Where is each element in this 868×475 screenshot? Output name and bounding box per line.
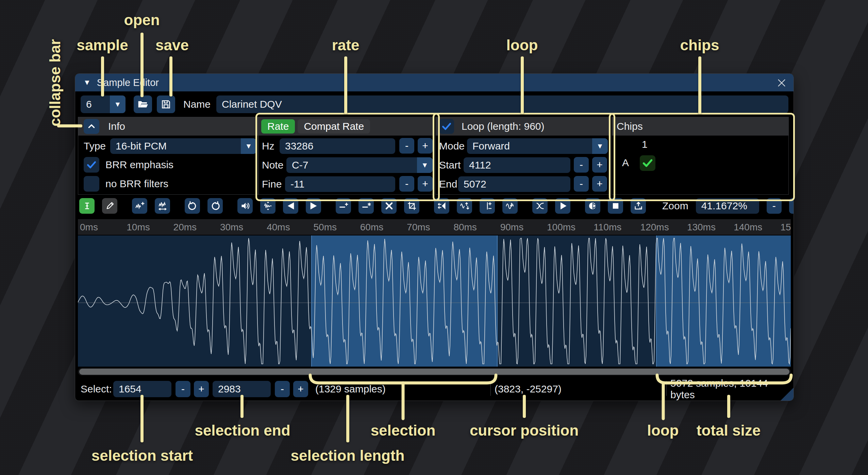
waveform-display[interactable] — [78, 235, 791, 367]
selection-start-plus-button[interactable]: + — [194, 381, 209, 397]
close-icon[interactable] — [775, 76, 788, 89]
no-brr-filters-checkbox[interactable] — [84, 176, 99, 192]
annotation-line-rate — [344, 56, 347, 114]
rate-panel: Rate Compat Rate Hz 33286 - + Note C-7 ▼… — [258, 117, 434, 195]
sample-index-value: 6 — [86, 99, 92, 110]
note-combo[interactable]: C-7 ▼ — [286, 157, 433, 173]
no-brr-filters-label: no BRR filters — [105, 176, 168, 192]
screenshot-stage: ▼ Sample Editor 6 ▼ Name Clari — [0, 0, 868, 475]
annotation-loop-bottom: loop — [647, 422, 679, 439]
open-sample-button[interactable] — [134, 95, 152, 113]
sample-toolbar: Zoom 41.1672% - + 100% — [79, 198, 794, 214]
zoom-input[interactable]: 41.1672% — [696, 198, 759, 214]
chevron-down-icon[interactable]: ▼ — [417, 157, 433, 173]
draw-mode-pencil-icon[interactable] — [102, 198, 117, 214]
timeline-tick: 150ms — [781, 222, 791, 233]
timeline-tick: 130ms — [687, 222, 716, 233]
fine-minus-button[interactable]: - — [399, 176, 414, 192]
preview-icon[interactable] — [555, 198, 570, 214]
loop-checkbox[interactable] — [439, 119, 454, 134]
timeline-tick: 20ms — [173, 222, 197, 233]
sample-editor-window: ▼ Sample Editor 6 ▼ Name Clari — [75, 73, 794, 401]
select-label: Select: — [81, 381, 112, 397]
hz-plus-button[interactable]: + — [418, 138, 433, 154]
timeline-tick: 0ms — [80, 222, 98, 233]
fine-plus-button[interactable]: + — [418, 176, 433, 192]
stop-preview-icon[interactable] — [608, 198, 623, 214]
sample-index-combo[interactable]: 6 ▼ — [81, 95, 126, 113]
annotation-rate: rate — [332, 37, 360, 54]
loop-mode-combo[interactable]: Forward ▼ — [467, 138, 608, 154]
signed-unsigned-icon[interactable] — [480, 198, 495, 214]
hz-label: Hz — [262, 138, 274, 154]
redo-icon[interactable] — [207, 198, 223, 214]
collapse-bar-button[interactable] — [84, 119, 99, 134]
chevron-up-icon — [87, 122, 96, 131]
sample-name-value: Clarinet DQV — [222, 99, 282, 110]
reverse-icon[interactable] — [434, 198, 449, 214]
selection-end-plus-button[interactable]: + — [293, 381, 308, 397]
chip-enable-checkbox[interactable] — [640, 155, 655, 171]
zoom-out-button[interactable]: - — [767, 198, 782, 214]
loop-end-input[interactable]: 5072 — [458, 176, 570, 192]
timeline-tick: 40ms — [267, 222, 290, 233]
annotation-selection-length: selection length — [291, 447, 405, 464]
sample-name-input[interactable]: Clarinet DQV — [216, 95, 788, 113]
resample-icon[interactable] — [155, 198, 170, 214]
loop-start-input[interactable]: 4112 — [464, 157, 570, 173]
zoom-in-button[interactable]: + — [789, 198, 794, 214]
sample-type-combo[interactable]: 16-bit PCM ▼ — [110, 138, 256, 154]
chevron-down-icon[interactable]: ▼ — [592, 138, 608, 154]
preview-selection-icon[interactable] — [585, 198, 600, 214]
undo-icon[interactable] — [185, 198, 200, 214]
annotation-line-selection-start — [140, 395, 144, 442]
selection-length-text: (1329 samples) — [315, 381, 386, 397]
delete-icon[interactable] — [381, 198, 397, 214]
annotation-line-open — [140, 33, 144, 97]
loop-end-plus-button[interactable]: + — [592, 176, 607, 192]
chip-row-label: A — [622, 155, 629, 171]
window-titlebar[interactable]: ▼ Sample Editor — [75, 74, 794, 91]
normalize-icon[interactable] — [260, 198, 276, 214]
scrollbar-thumb[interactable] — [79, 369, 789, 375]
save-sample-button[interactable] — [157, 95, 175, 113]
apply-filter-icon[interactable] — [502, 198, 518, 214]
timeline-tick: 50ms — [314, 222, 337, 233]
hz-minus-button[interactable]: - — [399, 138, 414, 154]
annotation-selection-start: selection start — [91, 447, 193, 464]
hz-input[interactable]: 33286 — [280, 138, 395, 154]
brr-emphasis-checkbox[interactable] — [84, 157, 99, 173]
crossfade-icon[interactable] — [532, 198, 548, 214]
fine-value: -11 — [290, 178, 304, 190]
resize-icon[interactable] — [132, 198, 147, 214]
tab-rate[interactable]: Rate — [261, 119, 295, 134]
invert-icon[interactable] — [457, 198, 472, 214]
note-label: Note — [262, 157, 283, 173]
waveform-scrollbar[interactable] — [78, 368, 791, 375]
loop-start-minus-button[interactable]: - — [574, 157, 589, 173]
fade-in-icon[interactable] — [283, 198, 298, 214]
amplify-icon[interactable] — [237, 198, 253, 214]
fade-out-icon[interactable] — [306, 198, 321, 214]
selection-start-minus-button[interactable]: - — [176, 381, 190, 397]
annotation-selection: selection — [371, 422, 436, 439]
apply-silence-icon[interactable] — [358, 198, 374, 214]
window-title: Sample Editor — [97, 77, 159, 88]
fine-input[interactable]: -11 — [285, 176, 395, 192]
trim-icon[interactable] — [404, 198, 419, 214]
annotation-line-selection-length — [346, 395, 349, 442]
chevron-down-icon[interactable]: ▼ — [241, 138, 256, 154]
selection-end-minus-button[interactable]: - — [275, 381, 290, 397]
create-wavetable-icon[interactable] — [631, 198, 646, 214]
window-collapse-icon[interactable]: ▼ — [83, 78, 91, 87]
insert-silence-icon[interactable] — [336, 198, 351, 214]
loop-start-plus-button[interactable]: + — [592, 157, 607, 173]
chevron-down-icon[interactable]: ▼ — [110, 95, 126, 113]
note-value: C-7 — [292, 159, 308, 171]
timeline-ruler: 0ms10ms20ms30ms40ms50ms60ms70ms80ms90ms1… — [78, 219, 791, 235]
chips-header-label: Chips — [617, 121, 643, 132]
annotation-chips: chips — [680, 37, 719, 54]
tab-compat-rate[interactable]: Compat Rate — [298, 119, 370, 134]
edit-mode-ibeam-icon[interactable] — [79, 198, 95, 214]
loop-end-minus-button[interactable]: - — [574, 176, 589, 192]
